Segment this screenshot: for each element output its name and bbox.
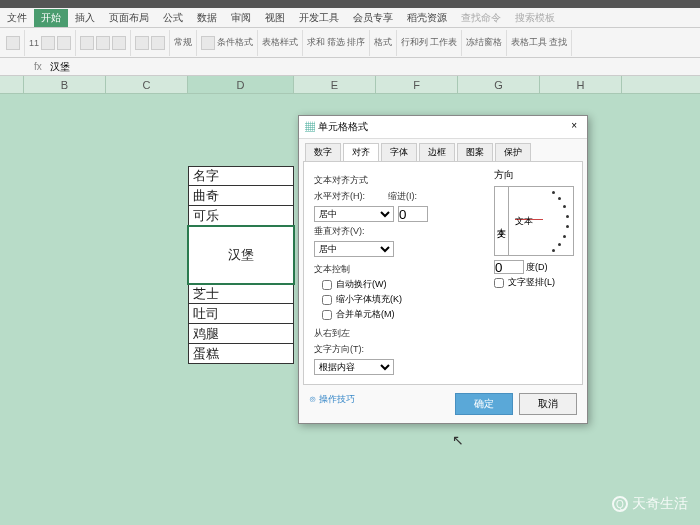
format-cells-dialog: ▦ 单元格格式 × 数字 对齐 字体 边框 图案 保护 文本对齐方式 水平对齐(… [298,115,588,424]
v-align-label: 垂直对齐(V): [314,225,384,238]
formula-input[interactable]: 汉堡 [46,60,74,74]
wrap-icon[interactable] [151,36,165,50]
merge-icon[interactable] [135,36,149,50]
close-icon[interactable]: × [567,120,581,134]
orient-horizontal-text: 文本 [515,215,533,228]
tips-link[interactable]: ⊙ 操作技巧 [309,393,355,415]
cell-chicken[interactable]: 鸡腿 [188,324,294,344]
search-hint[interactable]: 查找命令 [454,9,508,27]
cell-name[interactable]: 名字 [188,166,294,186]
col-header-G[interactable]: G [458,76,540,93]
tab-data[interactable]: 数据 [190,9,224,27]
text-dir-select[interactable]: 根据内容 [314,359,394,375]
cell-cheese[interactable]: 芝士 [188,284,294,304]
cell-cola[interactable]: 可乐 [188,206,294,226]
spreadsheet-grid[interactable]: B C D E F G H 名字 曲奇 可乐 汉堡 芝士 吐司 鸡腿 蛋糕 [0,76,700,94]
dlg-tab-border[interactable]: 边框 [419,143,455,161]
data-column: 名字 曲奇 可乐 汉堡 芝士 吐司 鸡腿 蛋糕 [188,166,294,364]
cell-burger[interactable]: 汉堡 [188,226,294,284]
dialog-title: ▦ 单元格格式 [305,120,368,134]
cell-cake[interactable]: 蛋糕 [188,344,294,364]
find-label[interactable]: 查找 [549,36,567,49]
col-header-C[interactable]: C [106,76,188,93]
h-align-label: 水平对齐(H): [314,190,384,203]
rowcol-label[interactable]: 行和列 [401,36,428,49]
dlg-tab-fill[interactable]: 图案 [457,143,493,161]
indent-label: 缩进(I): [388,190,428,203]
tab-review[interactable]: 审阅 [224,9,258,27]
degree-label: 度(D) [526,261,548,274]
col-header-D[interactable]: D [188,76,294,93]
font-size[interactable]: 11 [29,38,39,48]
align-right-icon[interactable] [112,36,126,50]
filter-label[interactable]: 筛选 [327,36,345,49]
watermark-icon: Q [612,496,628,512]
orient-vertical-text: 文本 [495,187,509,255]
orientation-preview[interactable]: 文本 文本 [494,186,574,256]
tab-pdf[interactable]: 稻壳资源 [400,9,454,27]
tab-dev[interactable]: 开发工具 [292,9,346,27]
dlg-tab-font[interactable]: 字体 [381,143,417,161]
select-all-corner[interactable] [0,76,24,93]
column-headers: B C D E F G H [0,76,700,94]
freeze-label[interactable]: 冻结窗格 [466,36,502,49]
sheet-label[interactable]: 工作表 [430,36,457,49]
col-header-H[interactable]: H [540,76,622,93]
ok-button[interactable]: 确定 [455,393,513,415]
format-label[interactable]: 格式 [374,36,392,49]
tab-file[interactable]: 文件 [0,9,34,27]
cond-format-icon[interactable] [201,36,215,50]
cell-toast[interactable]: 吐司 [188,304,294,324]
dlg-tab-protect[interactable]: 保护 [495,143,531,161]
paste-icon[interactable] [6,36,20,50]
fx-icon[interactable]: fx [30,61,46,72]
ribbon: 11 常规 条件格式 表格样式 求和筛选排序 格式 行和列工作表 冻结窗格 表格… [0,28,700,58]
dialog-tabs: 数字 对齐 字体 边框 图案 保护 [299,139,587,161]
bold-icon[interactable] [41,36,55,50]
tab-start[interactable]: 开始 [34,9,68,27]
col-header-E[interactable]: E [294,76,376,93]
search-template[interactable]: 搜索模板 [508,9,562,27]
text-dir-label: 文字方向(T): [314,343,384,356]
window-titlebar [0,0,700,8]
formula-bar: fx 汉堡 [0,58,700,76]
italic-icon[interactable] [57,36,71,50]
number-format[interactable]: 常规 [174,36,192,49]
tab-formula[interactable]: 公式 [156,9,190,27]
stack-checkbox[interactable]: 文字竖排(L) [494,276,574,289]
tab-view[interactable]: 视图 [258,9,292,27]
dlg-tab-align[interactable]: 对齐 [343,143,379,161]
tab-insert[interactable]: 插入 [68,9,102,27]
watermark: Q 天奇生活 [612,495,688,513]
cell-cookie[interactable]: 曲奇 [188,186,294,206]
align-left-icon[interactable] [80,36,94,50]
degree-input[interactable] [494,260,524,274]
v-align-select[interactable]: 居中 [314,241,394,257]
align-center-icon[interactable] [96,36,110,50]
section-rtl: 从右到左 [314,327,572,340]
main-tabs: 文件 开始 插入 页面布局 公式 数据 审阅 视图 开发工具 会员专享 稻壳资源… [0,8,700,28]
cond-format-label: 条件格式 [217,36,253,49]
tab-page[interactable]: 页面布局 [102,9,156,27]
table-style-label[interactable]: 表格样式 [262,36,298,49]
mouse-cursor-icon: ↖ [452,432,464,448]
col-header-B[interactable]: B [24,76,106,93]
sort-label[interactable]: 排序 [347,36,365,49]
sum-label[interactable]: 求和 [307,36,325,49]
h-align-select[interactable]: 居中 [314,206,394,222]
tools-label[interactable]: 表格工具 [511,36,547,49]
orientation-label: 方向 [494,168,574,182]
dlg-tab-number[interactable]: 数字 [305,143,341,161]
merge-checkbox[interactable]: 合并单元格(M) [322,308,572,321]
indent-input[interactable] [398,206,428,222]
shrink-checkbox[interactable]: 缩小字体填充(K) [322,293,572,306]
cancel-button[interactable]: 取消 [519,393,577,415]
tab-member[interactable]: 会员专享 [346,9,400,27]
col-header-F[interactable]: F [376,76,458,93]
